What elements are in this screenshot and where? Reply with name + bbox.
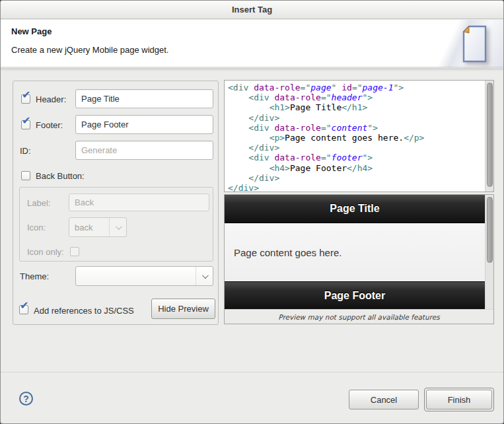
footer-input[interactable] xyxy=(75,115,213,134)
preview-scrollbar-thumb[interactable] xyxy=(487,197,493,263)
check-icon: ✔ xyxy=(22,116,30,126)
preview-viewport: Page Title Page content goes here. Page … xyxy=(225,195,485,309)
generated-code: <div data-role="page" id="page-1"> <div … xyxy=(228,83,424,192)
new-page-document-icon xyxy=(460,25,489,65)
wizard-banner: New Page Create a new jQuery Mobile page… xyxy=(1,20,503,67)
id-input[interactable] xyxy=(75,141,213,160)
cancel-button[interactable]: Cancel xyxy=(349,390,419,409)
header-checkbox[interactable]: ✔ xyxy=(21,94,30,104)
question-mark-icon: ? xyxy=(23,394,29,404)
finish-default-frame: Finish xyxy=(424,388,494,411)
header-label: Header: xyxy=(36,94,66,104)
back-icon-label: Icon: xyxy=(27,223,46,232)
add-references-label: Add references to JS/CSS xyxy=(34,306,134,316)
add-references-checkbox[interactable]: ✔ xyxy=(19,305,28,314)
code-scrollbar-thumb[interactable] xyxy=(487,83,493,187)
back-icon-select: back xyxy=(69,217,127,237)
check-icon: ✔ xyxy=(20,300,28,311)
insert-tag-dialog: Insert Tag New Page Create a new jQuery … xyxy=(0,0,504,424)
dialog-title: Insert Tag xyxy=(232,5,272,15)
theme-select[interactable] xyxy=(75,266,213,286)
footer-checkbox[interactable]: ✔ xyxy=(21,120,30,129)
chevron-down-icon xyxy=(109,218,126,236)
dialog-titlebar[interactable]: Insert Tag xyxy=(1,1,503,19)
page-title: New Page xyxy=(11,26,52,36)
page-subtitle: Create a new jQuery Mobile page widget. xyxy=(11,45,168,55)
theme-label: Theme: xyxy=(20,271,49,281)
preview-content-area: Page content goes here. xyxy=(225,223,485,281)
header-input[interactable] xyxy=(75,89,213,108)
back-button-group: Label: Icon: back Icon only: xyxy=(19,187,213,262)
help-button[interactable]: ? xyxy=(19,392,33,406)
preview-footer-bar: Page Footer xyxy=(225,281,485,309)
back-label-label: Label: xyxy=(27,198,50,208)
back-button-checkbox[interactable] xyxy=(21,171,30,180)
preview-header-text: Page Title xyxy=(330,203,379,215)
code-scrollbar xyxy=(485,81,493,192)
back-label-input xyxy=(69,194,209,211)
preview-disclaimer: Preview may not support all available fe… xyxy=(225,309,493,324)
back-button-label: Back Button: xyxy=(36,171,85,181)
preview-footer-text: Page Footer xyxy=(324,290,385,302)
hide-preview-button[interactable]: Hide Preview xyxy=(151,299,215,319)
options-panel: ✔ Header: ✔ Footer: ID: Back Button: Lab… xyxy=(13,81,219,325)
code-preview-panel: <div data-role="page" id="page-1"> <div … xyxy=(224,80,494,192)
id-label: ID: xyxy=(20,146,31,156)
banner-shadow xyxy=(1,68,503,71)
chevron-down-icon xyxy=(196,267,213,285)
check-icon: ✔ xyxy=(22,90,30,100)
preview-header-bar: Page Title xyxy=(225,195,485,223)
back-icon-select-value: back xyxy=(69,223,109,232)
preview-scrollbar xyxy=(485,195,493,309)
banner-decoration xyxy=(411,20,503,67)
widget-preview-panel: Page Title Page content goes here. Page … xyxy=(224,194,494,324)
icon-only-checkbox xyxy=(70,247,79,256)
icon-only-label: Icon only: xyxy=(27,247,64,257)
finish-button[interactable]: Finish xyxy=(426,390,492,409)
button-bar-separator xyxy=(1,372,503,372)
footer-label: Footer: xyxy=(36,120,63,130)
preview-content-text: Page content goes here. xyxy=(234,247,342,258)
